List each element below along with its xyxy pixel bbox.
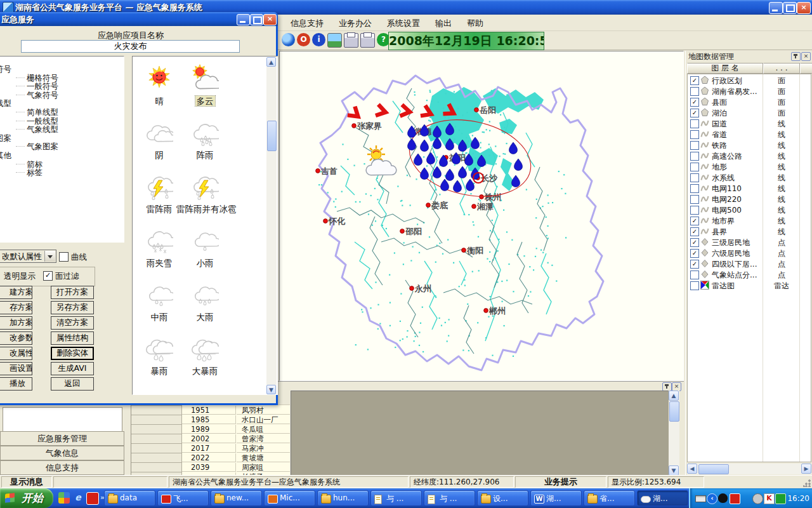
layer-checkbox[interactable]: ✓ <box>690 238 699 247</box>
layer-row-湖泊[interactable]: ✓湖泊面 <box>688 107 811 118</box>
task-button-设...[interactable]: 设... <box>477 490 528 506</box>
layer-row-四级以下居...[interactable]: ✓四级以下居...点 <box>688 258 811 269</box>
menu-item-0[interactable]: 信息支持 <box>283 15 331 29</box>
button-播放[interactable]: 播放 <box>0 377 32 391</box>
layer-row-雷达图[interactable]: 雷达图雷达 <box>688 280 811 291</box>
red-app-icon[interactable] <box>730 493 740 504</box>
pin-icon[interactable] <box>791 52 801 61</box>
dialog-minimize-button[interactable] <box>237 14 250 25</box>
layer-row-县面[interactable]: ✓县面面 <box>688 97 811 107</box>
scroll-up-icon[interactable]: ▲ <box>669 391 679 401</box>
layer-checkbox[interactable]: ✓ <box>690 217 699 225</box>
ie-icon[interactable]: e <box>72 492 84 504</box>
layer-row-省道[interactable]: 省道线 <box>688 129 811 140</box>
info-icon[interactable]: i <box>312 33 325 46</box>
panel-bar-气象信息[interactable]: 气象信息 <box>0 446 124 460</box>
layers-col-extra[interactable] <box>800 63 812 74</box>
language-icon[interactable]: ‹ <box>707 493 717 504</box>
message-vscrollbar[interactable]: ▲ ▼ <box>669 391 679 476</box>
menu-item-4[interactable]: 帮助 <box>459 15 491 29</box>
button-清空方案[interactable]: 清空方案 <box>51 316 94 330</box>
symbol-大暴雨[interactable] <box>191 334 219 362</box>
layer-checkbox[interactable] <box>690 184 699 193</box>
layer-row-六级居民地[interactable]: ✓六级居民地点 <box>688 248 811 258</box>
layer-row-高速公路[interactable]: 高速公路线 <box>688 150 811 161</box>
restore-button[interactable] <box>783 2 797 14</box>
table-row[interactable]: 2002曾家湾 <box>131 434 290 444</box>
stop-icon[interactable]: O <box>297 33 310 46</box>
symbol-晴[interactable] <box>145 64 173 92</box>
print-icon[interactable] <box>344 33 358 48</box>
tree-group-其他[interactable]: 其他 <box>0 150 124 159</box>
symbol-雷阵雨[interactable] <box>145 172 173 200</box>
start-button[interactable]: 开始 <box>0 488 53 508</box>
curve-checkbox[interactable] <box>59 252 69 262</box>
layer-row-县界[interactable]: ✓县界线 <box>688 226 811 237</box>
button-建方案[interactable]: 建方案 <box>0 286 32 299</box>
symbol-中雨[interactable] <box>145 280 173 308</box>
scroll-thumb[interactable] <box>267 121 277 151</box>
task-button-省...[interactable]: 省... <box>584 490 635 506</box>
print-preview-icon[interactable] <box>360 33 375 48</box>
button-画设置[interactable]: 画设置 <box>0 362 32 375</box>
symbol-雷阵雨并有冰雹[interactable] <box>191 172 219 200</box>
layer-checkbox[interactable] <box>690 163 699 171</box>
message-area[interactable] <box>291 391 669 476</box>
kaspersky-icon[interactable]: K <box>764 493 775 504</box>
symbol-暴雨[interactable] <box>145 334 173 362</box>
task-button-new...[interactable]: new... <box>211 490 262 506</box>
map-canvas[interactable]: 岳阳张家界常德益阳长沙吉首娄底株州湘潭怀化邵阳衡阳永州郴州 <box>279 51 684 381</box>
table-row[interactable]: 2017马家冲 <box>131 444 290 453</box>
task-button-Mic...[interactable]: Mic... <box>264 490 315 506</box>
layer-row-电网220[interactable]: 电网220线 <box>688 194 811 204</box>
symbol-多云[interactable] <box>191 64 219 92</box>
layer-row-行政区划[interactable]: ✓行政区划面 <box>688 75 811 86</box>
close-icon[interactable]: × <box>672 382 681 391</box>
task-button-hun...[interactable]: hun... <box>317 490 369 506</box>
layer-checkbox[interactable] <box>690 141 699 150</box>
close-icon[interactable]: × <box>801 52 811 61</box>
layer-row-气象站点分...[interactable]: 气象站点分...点 <box>688 269 811 280</box>
layer-checkbox[interactable] <box>690 119 699 128</box>
scroll-down-icon[interactable]: ▼ <box>266 385 276 394</box>
layer-row-地形[interactable]: 地形线 <box>688 161 811 172</box>
symbol-小雨[interactable] <box>191 226 219 254</box>
layer-row-地市界[interactable]: ✓地市界线 <box>688 215 811 226</box>
symbol-阴[interactable] <box>145 118 173 146</box>
scroll-right-icon[interactable]: ▶ <box>801 464 811 474</box>
layers-hscrollbar[interactable]: ◀ ▶ <box>687 464 811 474</box>
button-改属性[interactable]: 改属性 <box>0 347 32 360</box>
dialog-restore-button[interactable] <box>250 14 263 25</box>
scroll-left-icon[interactable]: ◀ <box>687 464 697 474</box>
layer-checkbox[interactable]: ✓ <box>690 98 699 107</box>
layer-checkbox[interactable]: ✓ <box>690 227 699 236</box>
symbol-阵雨[interactable] <box>191 118 219 146</box>
layer-checkbox[interactable] <box>690 130 699 139</box>
layer-row-湖南省易发...[interactable]: 湖南省易发...面 <box>688 86 811 97</box>
tree-item-箭标[interactable]: 箭标 <box>0 159 124 168</box>
tree-item-气象图案[interactable]: 气象图案 <box>0 142 124 150</box>
symbol-雨夹雪[interactable] <box>145 226 173 254</box>
tree-group-图案[interactable]: 图案 <box>0 133 124 142</box>
layer-row-三级居民地[interactable]: ✓三级居民地点 <box>688 237 811 248</box>
project-name-input[interactable] <box>21 40 240 53</box>
face-filter-checkbox[interactable]: ✓ <box>43 271 53 281</box>
menu-item-1[interactable]: 业务办公 <box>331 15 379 29</box>
layer-checkbox[interactable]: ✓ <box>690 260 699 269</box>
tree-group-线型[interactable]: 线型 <box>0 98 124 107</box>
button-另存方案[interactable]: 另存方案 <box>51 301 94 314</box>
default-attr-dropdown[interactable]: 改默认属性 <box>0 250 56 263</box>
close-button[interactable]: × <box>797 2 811 14</box>
tree-item-标签[interactable]: 标签 <box>0 168 124 177</box>
table-row[interactable]: 1989冬瓜咀 <box>131 425 290 434</box>
minimize-button[interactable] <box>769 2 783 14</box>
task-button-湖...[interactable]: 湖... <box>637 490 688 506</box>
button-属性结构[interactable]: 属性结构 <box>51 331 94 345</box>
keyboard-icon[interactable] <box>695 495 706 502</box>
layer-row-铁路[interactable]: 铁路线 <box>688 140 811 150</box>
layer-checkbox[interactable] <box>690 87 699 96</box>
panel-bar-信息支持[interactable]: 信息支持 <box>0 460 124 475</box>
image-icon[interactable] <box>327 33 342 48</box>
table-row[interactable]: 1985水口山一厂 <box>131 415 290 425</box>
task-button-与 ...[interactable]: 与 ... <box>424 490 475 506</box>
